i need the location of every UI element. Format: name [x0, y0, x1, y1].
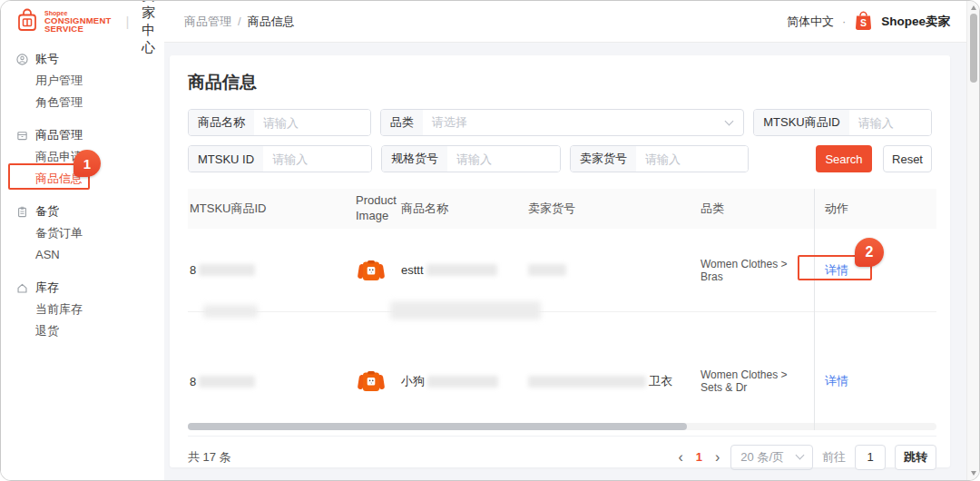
goto-page-input[interactable]: [855, 445, 886, 470]
mtsku-product-id-input[interactable]: [849, 110, 931, 135]
name-visible-text: esttt: [401, 263, 424, 277]
cell-action: 详情: [814, 373, 936, 389]
detail-link[interactable]: 详情: [825, 262, 848, 279]
header-dot-separator: ·: [842, 15, 846, 28]
sidebar-item-role-management[interactable]: 角色管理: [1, 92, 164, 113]
package-icon: [16, 130, 28, 142]
category-placeholder: 请选择: [432, 114, 467, 131]
col-category: 品类: [701, 201, 814, 217]
category-label: 品类: [381, 110, 423, 135]
cell-product-image: [356, 366, 401, 397]
sidebar-group-product: 商品管理 商品申请 商品信息: [1, 124, 164, 190]
jump-button[interactable]: 跳转: [895, 445, 936, 470]
search-button[interactable]: Search: [816, 145, 872, 172]
total-count: 共 17 条: [188, 449, 231, 466]
redacted-patch: [203, 305, 258, 318]
cell-action: 详情: [814, 262, 936, 279]
product-image-sweater[interactable]: [356, 366, 387, 397]
sku-visible-text: 卫衣: [649, 373, 672, 389]
app-window: Shopee CONSIGNMENT SERVICE | 卖家中心 商品管理 /…: [0, 0, 980, 481]
cell-category: Women Clothes > Sets & Dr: [701, 368, 814, 394]
top-header: Shopee CONSIGNMENT SERVICE | 卖家中心 商品管理 /…: [1, 1, 966, 42]
sidebar-group-account: 账号 用户管理 角色管理: [1, 48, 164, 113]
redacted-patch: [390, 301, 541, 319]
chevron-down-icon: [725, 116, 734, 125]
prev-page-button[interactable]: ‹: [676, 450, 684, 465]
sidebar-group-stocking: 备货 备货订单 ASN: [1, 201, 164, 266]
cell-product-id: 8: [188, 263, 356, 277]
brand-logo[interactable]: Shopee CONSIGNMENT SERVICE | 卖家中心: [1, 0, 164, 56]
reset-button[interactable]: Reset: [883, 145, 932, 172]
mtsku-id-input[interactable]: [263, 146, 371, 172]
sidebar-item-user-management[interactable]: 用户管理: [1, 70, 164, 92]
consignment-bag-icon: [15, 6, 39, 36]
table-row: 8: [188, 229, 936, 312]
table-footer: 共 17 条 ‹ 1 › 20 条/页 前往 跳转: [188, 436, 936, 477]
product-name-input[interactable]: [254, 110, 370, 135]
main-region: 商品信息 商品名称 品类 请选择 MTSKU商品: [164, 42, 966, 480]
table-header-row: MTSKU商品ID Product Image 商品名称 卖家货号 品类 动作: [188, 189, 936, 229]
chevron-down-icon: [796, 451, 805, 460]
redacted-id: [199, 376, 255, 388]
sidebar-group-label: 备货: [35, 203, 59, 220]
col-action: 动作: [814, 201, 936, 217]
redacted-name: [427, 376, 498, 388]
name-visible-text: 小狗: [401, 373, 425, 389]
page-title: 商品信息: [188, 71, 932, 94]
seller-sku-field: 卖家货号: [570, 145, 749, 172]
seller-sku-input[interactable]: [636, 146, 748, 172]
detail-link[interactable]: 详情: [825, 373, 848, 389]
sidebar: 账号 用户管理 角色管理 商品管理 商品申请 商品信息: [1, 42, 164, 480]
sidebar-item-current-inventory[interactable]: 当前库存: [1, 299, 164, 320]
page-size-value: 20 条/页: [740, 449, 784, 466]
logo-divider: |: [125, 14, 129, 29]
horizontal-scrollbar: [188, 423, 936, 430]
vertical-scrollbar-thumb[interactable]: [970, 14, 977, 83]
sidebar-item-asn[interactable]: ASN: [1, 244, 164, 266]
cell-seller-sku: 卫衣: [528, 373, 701, 389]
spec-sku-field: 规格货号: [381, 145, 561, 172]
sidebar-group-product-header[interactable]: 商品管理: [1, 124, 164, 146]
redacted-sku: [528, 376, 646, 388]
col-product-image: Product Image: [356, 193, 401, 224]
sidebar-item-stocking-orders[interactable]: 备货订单: [1, 222, 164, 244]
portal-name: 卖家中心: [142, 0, 164, 56]
cell-product-id: 8: [188, 375, 356, 388]
account-name[interactable]: Shopee卖家: [881, 14, 950, 30]
page-size-select[interactable]: 20 条/页: [730, 445, 813, 470]
sidebar-group-inventory: 库存 当前库存 退货: [1, 277, 164, 342]
sidebar-item-returns[interactable]: 退货: [1, 320, 164, 342]
mtsku-id-field: MTSKU ID: [188, 145, 372, 172]
breadcrumb-parent[interactable]: 商品管理: [184, 14, 231, 30]
seller-sku-label: 卖家货号: [571, 146, 636, 172]
scroll-up-arrow-icon[interactable]: [971, 5, 976, 10]
vertical-scrollbar: [966, 1, 979, 480]
col-product-name: 商品名称: [401, 201, 528, 217]
current-page[interactable]: 1: [694, 450, 704, 464]
language-switcher[interactable]: 简体中文: [787, 14, 834, 30]
shopee-seller-bag-icon: S: [854, 10, 873, 34]
brand-wordmark: Shopee CONSIGNMENT SERVICE: [44, 10, 111, 34]
product-name-label: 商品名称: [189, 110, 254, 135]
category-select[interactable]: 请选择: [423, 114, 743, 131]
product-image-sweater[interactable]: [356, 255, 387, 286]
sidebar-group-stocking-header[interactable]: 备货: [1, 201, 164, 222]
mtsku-product-id-field: MTSKU商品ID: [753, 109, 932, 136]
horizontal-scrollbar-thumb[interactable]: [188, 423, 687, 430]
id-visible-text: 8: [190, 375, 196, 388]
sidebar-group-inventory-header[interactable]: 库存: [1, 277, 164, 299]
category-field: 品类 请选择: [380, 109, 744, 136]
breadcrumb: 商品管理 / 商品信息: [164, 14, 295, 30]
breadcrumb-separator: /: [238, 15, 241, 28]
scroll-down-arrow-icon[interactable]: [971, 471, 976, 476]
cell-category: Women Clothes > Bras: [701, 258, 814, 283]
redacted-sku: [528, 264, 566, 276]
goto-label: 前往: [822, 449, 846, 466]
next-page-button[interactable]: ›: [713, 450, 721, 465]
sidebar-item-product-info[interactable]: 商品信息: [1, 168, 164, 190]
mtsku-product-id-label: MTSKU商品ID: [754, 110, 849, 135]
spec-sku-input[interactable]: [447, 146, 560, 172]
home-icon: [16, 282, 28, 294]
sidebar-item-product-application[interactable]: 商品申请: [1, 146, 164, 168]
col-seller-sku: 卖家货号: [528, 201, 701, 217]
